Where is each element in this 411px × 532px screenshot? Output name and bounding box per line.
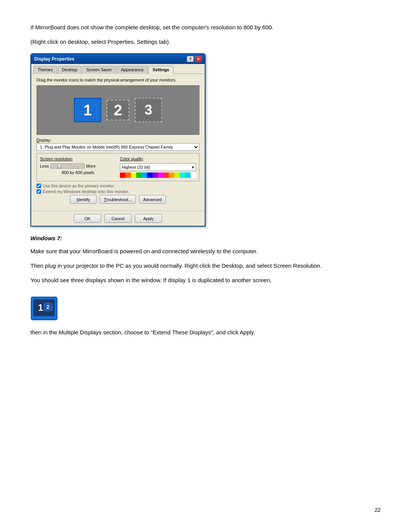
apply-button[interactable]: Apply (135, 214, 162, 223)
svg-text:1: 1 (38, 302, 43, 313)
monitor-area: 1 2 3 (37, 85, 199, 135)
swatch-green (136, 173, 142, 178)
tab-desktop[interactable]: Desktop (58, 66, 81, 74)
dialog-title: Display Properties (34, 56, 74, 62)
screen-resolution-label: Screen resolution (40, 157, 116, 161)
swatch-orange (125, 173, 131, 178)
color-quality-value: Highest (32 bit) (122, 165, 150, 169)
settings-columns: Screen resolution Less More 800 by 600 p… (37, 153, 199, 181)
swatch-magenta (158, 173, 163, 178)
page-number: 22 (374, 507, 381, 513)
display-properties-dialog: Display Properties ? ✕ Themes Desktop Sc… (30, 53, 206, 227)
advanced-button[interactable]: Advanced (139, 195, 166, 204)
windows7-para1: Make sure that your MirrorBoard is power… (30, 247, 381, 256)
cancel-button[interactable]: Cancel (104, 214, 132, 223)
troubleshoot-button[interactable]: Troubleshoot... (100, 195, 136, 204)
tab-themes[interactable]: Themes (33, 66, 57, 74)
windows7-para4: then in the Multiple Displays section, c… (30, 328, 381, 337)
tabs-bar: Themes Desktop Screen Saver Appearance S… (31, 64, 205, 74)
slider-row: Less More (40, 163, 116, 169)
dual-monitor-icon: 1 2 (30, 296, 58, 322)
slider-thumb[interactable] (57, 163, 61, 169)
swatch-lime (174, 173, 180, 178)
swatch-blue (147, 173, 152, 178)
display-select[interactable]: 1. Plug and Play Monitor on Mobile Intel… (37, 143, 199, 151)
less-label: Less (40, 164, 49, 168)
swatch-teal (180, 173, 185, 178)
color-select-wrap: Highest (32 bit) ▾ (120, 163, 196, 178)
dialog-wrapper: Display Properties ? ✕ Themes Desktop Sc… (30, 53, 381, 227)
tab-screensaver[interactable]: Screen Saver (82, 66, 116, 74)
windows7-heading: Windows 7: (30, 235, 381, 241)
monitor-3[interactable]: 3 (135, 98, 162, 122)
dual-monitor-svg: 1 2 (30, 296, 58, 321)
dialog-footer: OK Cancel Apply (31, 211, 205, 226)
swatch-yellow (131, 173, 136, 178)
help-button[interactable]: ? (187, 56, 194, 62)
color-swatch-bar (120, 173, 196, 178)
dialog-description: Drag the monitor icons to match the phys… (37, 78, 199, 82)
pixels-text: 800 by 600 pixels (40, 170, 116, 175)
checkbox-primary-label: Use this device as the primary monitor. (43, 184, 115, 188)
slider-track[interactable] (50, 163, 84, 169)
identify-troubleshoot-row: Identify Troubleshoot... Advanced (37, 195, 199, 204)
checkbox-extend-row: Extend my Windows desktop onto this moni… (37, 189, 199, 194)
more-label: More (86, 164, 96, 168)
checkbox-extend-label: Extend my Windows desktop onto this moni… (43, 189, 129, 194)
svg-text:2: 2 (46, 304, 49, 310)
dialog-titlebar: Display Properties ? ✕ (31, 54, 205, 64)
swatch-amber (169, 173, 174, 178)
swatch-lightblue (142, 173, 147, 178)
monitor-2[interactable]: 2 (107, 100, 129, 120)
swatch-red2 (163, 173, 169, 178)
color-quality-col: Color quality Highest (32 bit) ▾ (120, 157, 196, 178)
checkbox-extend[interactable] (37, 189, 41, 194)
dropdown-arrow: ▾ (192, 165, 194, 170)
display-row: Display: 1. Plug and Play Monitor on Mob… (37, 138, 199, 151)
display-label: Display: (37, 138, 199, 142)
ok-button[interactable]: OK (74, 214, 101, 223)
tab-appearance[interactable]: Appearance (117, 66, 148, 74)
color-quality-label: Color quality (120, 157, 196, 161)
identify-button[interactable]: Identify (70, 195, 97, 204)
screen-resolution-col: Screen resolution Less More 800 by 600 p… (40, 157, 116, 178)
intro-line2: (Right click on desktop, select Properti… (30, 37, 381, 46)
dialog-body: Drag the monitor icons to match the phys… (31, 74, 205, 211)
color-select[interactable]: Highest (32 bit) ▾ (120, 163, 196, 171)
dialog-controls: ? ✕ (187, 56, 202, 62)
swatch-white (191, 173, 196, 178)
checkbox-primary-row: Use this device as the primary monitor. (37, 184, 199, 188)
swatch-purple (153, 173, 158, 178)
windows7-para3: You should see three displays shown in t… (30, 276, 381, 285)
windows7-para2: Then plug in your projector to the PC as… (30, 261, 381, 270)
swatch-red (120, 173, 125, 178)
checkbox-primary[interactable] (37, 184, 41, 188)
intro-line1: If MirrorBoard does not show the complet… (30, 23, 381, 32)
monitor-1[interactable]: 1 (74, 98, 101, 122)
tab-settings[interactable]: Settings (148, 66, 173, 74)
close-button[interactable]: ✕ (195, 56, 202, 62)
swatch-cyan (185, 173, 190, 178)
